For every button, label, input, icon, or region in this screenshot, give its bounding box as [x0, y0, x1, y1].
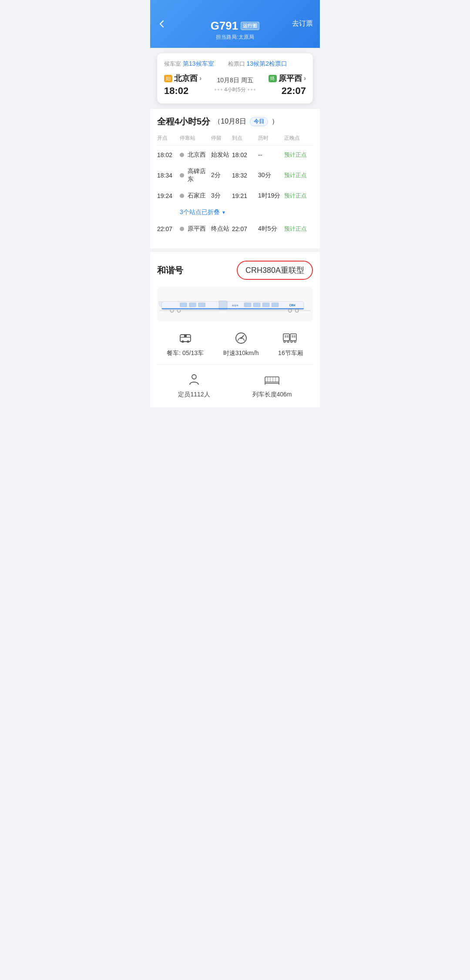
table-row: 22:07 原平西 终点站 22:07 4时5分 预计正点 — [157, 225, 313, 233]
row-stop-1: 2分 — [211, 171, 232, 179]
header-title: G791 运行图 担当路局:太原局 — [211, 19, 260, 41]
row-arrive-last: 22:07 — [232, 225, 258, 232]
ticket-route: 始 北京西 › 18:02 10月8日 周五 4小时5分 终 原平西 › 22:… — [164, 73, 306, 97]
row-elapsed-1: 30分 — [258, 171, 284, 179]
train-illustration: 和谐号 CRH — [157, 287, 313, 322]
row-depart-2: 19:24 — [157, 192, 180, 199]
col-status: 正晚点 — [284, 134, 313, 142]
train-specs-row1: 餐车: 05/13车 时速310km/h — [157, 330, 313, 357]
row-status-0: 预计正点 — [284, 151, 313, 159]
total-duration-text: 全程4小时5分 — [157, 116, 210, 128]
svg-rect-19 — [184, 335, 187, 337]
table-row: 18:02 北京西 始发站 18:02 -- 预计正点 — [157, 151, 313, 159]
row-stop-last: 终点站 — [211, 225, 232, 233]
train-type-section: 和谐号 CRH380A重联型 和谐号 — [150, 252, 320, 407]
svg-rect-36 — [265, 377, 279, 382]
train-type-label: 和谐号 — [157, 265, 183, 276]
schedule-header: 开点 停靠站 停留 到点 历时 正晚点 — [157, 134, 313, 146]
row-station-2: 石家庄 — [180, 192, 211, 200]
schedule-section: 全程4小时5分 （10月8日 今日 ） 开点 停靠站 停留 到点 历时 正晚点 … — [150, 109, 320, 248]
row-status-1: 预计正点 — [284, 171, 313, 179]
svg-rect-32 — [294, 335, 295, 338]
train-authority: 担当路局:太原局 — [211, 34, 260, 41]
svg-rect-26 — [285, 335, 286, 338]
row-stop-0: 始发站 — [211, 151, 232, 159]
col-arrive: 到点 — [232, 134, 258, 142]
carriages-label: 16节车厢 — [278, 349, 303, 357]
svg-text:和谐号: 和谐号 — [232, 304, 238, 307]
svg-rect-14 — [162, 308, 304, 309]
row-depart-0: 18:02 — [157, 151, 180, 158]
svg-rect-9 — [244, 303, 251, 307]
capacity-label: 定员1112人 — [178, 391, 210, 399]
col-depart: 开点 — [157, 134, 180, 142]
carriages-spec: 16节车厢 — [278, 330, 303, 357]
speed-label: 时速310km/h — [223, 349, 259, 357]
departure-station-name[interactable]: 北京西 — [174, 73, 198, 84]
svg-point-33 — [291, 341, 292, 342]
svg-rect-11 — [262, 303, 269, 307]
train-model-badge: CRH380A重联型 — [237, 261, 313, 280]
svg-point-24 — [240, 337, 242, 339]
capacity-icon — [186, 372, 202, 387]
col-elapsed: 历时 — [258, 134, 284, 142]
svg-rect-5 — [189, 303, 196, 307]
waiting-room-value: 第13候车室 — [183, 60, 214, 68]
page-header: G791 运行图 担当路局:太原局 去订票 — [150, 0, 320, 48]
ticket-card: 候车室 第13候车室 检票口 13候第2检票口 始 北京西 › 18:02 10… — [157, 53, 313, 104]
dining-car-icon — [178, 330, 193, 346]
col-station: 停靠站 — [180, 134, 211, 142]
svg-point-28 — [284, 341, 285, 342]
svg-point-29 — [287, 341, 289, 342]
waiting-room-label: 候车室 — [164, 60, 181, 68]
svg-rect-10 — [253, 303, 260, 307]
travel-duration: 4小时5分 — [224, 86, 245, 94]
length-label: 列车长度406m — [252, 391, 292, 399]
row-arrive-1: 18:32 — [232, 172, 258, 179]
svg-rect-12 — [272, 303, 279, 307]
train-number: G791 — [211, 19, 238, 33]
train-svg: 和谐号 CRH — [157, 287, 313, 322]
col-stop: 停留 — [211, 134, 232, 142]
row-arrive-0: 18:02 — [232, 151, 258, 158]
departure-station: 始 北京西 › 18:02 — [164, 73, 201, 97]
train-specs-row2: 定员1112人 列车长度406m — [157, 364, 313, 399]
arrival-station-name[interactable]: 原平西 — [279, 73, 302, 84]
row-stop-2: 3分 — [211, 192, 232, 200]
collapse-toggle[interactable]: 3个站点已折叠 ▾ — [180, 208, 313, 216]
speed-icon — [233, 330, 249, 346]
collapsed-label: 3个站点已折叠 — [180, 208, 220, 216]
date-close: ） — [272, 117, 279, 126]
svg-point-34 — [294, 341, 296, 342]
arrival-time: 22:07 — [282, 85, 306, 97]
svg-rect-4 — [180, 303, 187, 307]
arrival-chevron: › — [304, 74, 306, 82]
end-badge: 终 — [269, 75, 277, 82]
schedule-table: 开点 停靠站 停留 到点 历时 正晚点 18:02 北京西 始发站 18:02 … — [157, 134, 313, 233]
table-row: 19:24 石家庄 3分 19:21 1时19分 预计正点 — [157, 192, 313, 200]
row-depart-1: 18:34 — [157, 172, 180, 179]
capacity-spec: 定员1112人 — [178, 372, 210, 399]
start-badge: 始 — [164, 75, 172, 82]
table-row: 18:34 高碑店东 2分 18:32 30分 预计正点 — [157, 168, 313, 183]
speed-spec: 时速310km/h — [223, 330, 259, 357]
svg-rect-31 — [292, 335, 293, 338]
svg-point-35 — [192, 375, 196, 379]
train-status-badge: 运行图 — [241, 22, 259, 30]
back-button[interactable] — [157, 19, 167, 31]
book-button[interactable]: 去订票 — [292, 19, 313, 28]
row-station-1: 高碑店东 — [180, 168, 211, 183]
arrival-station: 终 原平西 › 22:07 — [269, 73, 306, 97]
row-status-2: 预计正点 — [284, 192, 313, 200]
dining-car-spec: 餐车: 05/13车 — [167, 330, 204, 357]
date-prefix: （10月8日 — [214, 117, 246, 126]
row-station-0: 北京西 — [180, 151, 211, 159]
route-middle: 10月8日 周五 4小时5分 — [201, 77, 268, 94]
row-elapsed-last: 4时5分 — [258, 225, 284, 233]
today-badge: 今日 — [250, 117, 268, 126]
waiting-room-info: 候车室 第13候车室 — [164, 60, 214, 68]
carriage-icon — [283, 330, 299, 346]
row-arrive-2: 19:21 — [232, 192, 258, 199]
svg-rect-6 — [198, 303, 205, 307]
row-elapsed-2: 1时19分 — [258, 192, 284, 200]
